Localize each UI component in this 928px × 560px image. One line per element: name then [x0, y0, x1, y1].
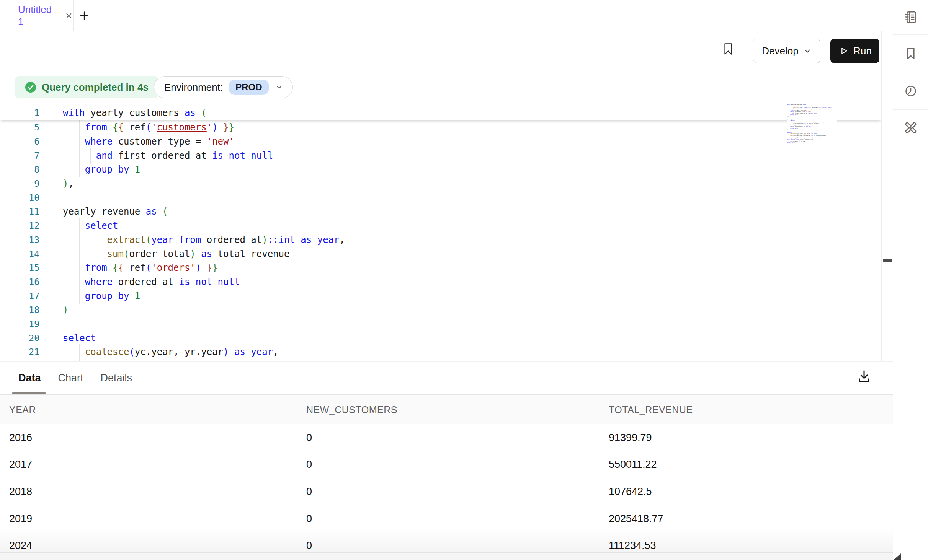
line-number: 14 — [0, 249, 39, 259]
table-cell: 2019 — [9, 505, 32, 532]
code-line-7[interactable]: 7 and first_ordered_at is not null — [0, 148, 881, 163]
code-line-1[interactable]: 1with yearly_customers as ( — [0, 106, 881, 120]
table-cell: 107642.5 — [609, 478, 652, 505]
play-icon — [838, 45, 850, 57]
sidebar-item-bookmarks[interactable] — [893, 35, 928, 72]
sql-editor[interactable]: 5 from {{ ref('customers') }}6 where cus… — [0, 100, 881, 361]
editor-scrollbar-thumb[interactable] — [883, 259, 892, 262]
code-line-14[interactable]: 14 sum(order_total) as total_revenue — [0, 247, 881, 261]
resize-grip-icon — [894, 553, 901, 560]
editor-scrollbar-track — [881, 31, 892, 361]
line-number: 19 — [0, 319, 39, 329]
code-line-12[interactable]: 12 select — [0, 219, 881, 233]
history-icon — [903, 84, 918, 98]
line-number: 5 — [0, 122, 39, 132]
indent-guide — [79, 232, 80, 248]
environment-value-badge: PROD — [229, 80, 268, 95]
results-table-header: YEARNEW_CUSTOMERSTOTAL_REVENUE — [0, 394, 893, 424]
table-cell: 2016 — [9, 424, 32, 451]
editor-minimap[interactable]: with yearly_customers as ( select extrac… — [787, 104, 837, 144]
table-row[interactable]: 20180107642.5 — [0, 478, 893, 505]
download-results-button[interactable] — [856, 368, 873, 385]
code-line-20[interactable]: 20select — [0, 331, 881, 345]
line-number: 6 — [0, 137, 39, 147]
column-header-total_revenue[interactable]: TOTAL_REVENUE — [609, 395, 693, 425]
ref-link[interactable]: customers — [801, 110, 807, 111]
develop-dropdown[interactable]: Develop — [753, 39, 820, 63]
code-line-15[interactable]: 15 from {{ ref('orders') }} — [0, 261, 881, 275]
results-tab-bar: DataChartDetails — [0, 362, 132, 394]
sidebar-item-notebook[interactable] — [893, 0, 928, 35]
code-line-16[interactable]: 16 where ordered_at is not null — [0, 275, 881, 289]
indent-guide — [79, 358, 80, 361]
line-number: 18 — [0, 305, 39, 315]
bookmark-query-button[interactable] — [721, 41, 738, 60]
indent-guide — [79, 246, 80, 262]
bottom-strip — [0, 552, 893, 560]
ref-link[interactable]: orders — [801, 125, 805, 126]
code-line-21[interactable]: 21 coalesce(yc.year, yr.year) as year, — [0, 345, 881, 359]
tab-untitled-1[interactable]: Untitled 1 — [0, 0, 74, 31]
ref-link[interactable]: orders — [157, 262, 190, 273]
table-cell: 0 — [306, 451, 312, 479]
run-button[interactable]: Run — [830, 39, 879, 63]
results-tab-details[interactable]: Details — [101, 362, 132, 394]
results-tab-data[interactable]: Data — [18, 362, 41, 394]
code-line-13[interactable]: 13 extract(year from ordered_at)::int as… — [0, 233, 881, 247]
table-cell: 91399.79 — [609, 424, 652, 451]
table-row[interactable]: 2016091399.79 — [0, 424, 893, 451]
code-line-17[interactable]: 17 group by 1 — [0, 289, 881, 303]
line-number: 7 — [0, 151, 39, 161]
develop-label: Develop — [762, 45, 798, 57]
line-number: 10 — [0, 193, 39, 203]
notebook-icon — [903, 10, 918, 24]
resize-grip[interactable] — [894, 553, 901, 560]
table-row[interactable]: 201902025418.77 — [0, 505, 893, 532]
close-icon[interactable] — [65, 11, 73, 20]
indent-guide — [79, 218, 80, 234]
plus-icon — [78, 10, 90, 22]
table-row[interactable]: 20170550011.22 — [0, 451, 893, 479]
code-line-6[interactable]: 6 where customer_type = 'new' — [0, 135, 881, 149]
indent-guide — [90, 148, 91, 164]
code-line-11[interactable]: 11yearly_revenue as ( — [0, 205, 881, 219]
line-number: 9 — [0, 179, 39, 189]
bookmark-icon — [721, 41, 735, 57]
line-number: 8 — [0, 164, 39, 174]
new-tab-button[interactable] — [78, 10, 90, 22]
indent-guide — [79, 274, 80, 290]
code-lines: 5 from {{ ref('customers') }}6 where cus… — [0, 120, 881, 361]
code-line-10[interactable]: 10 — [0, 190, 881, 205]
table-cell: 550011.22 — [609, 451, 657, 479]
indent-guide — [79, 119, 80, 135]
table-cell: 2017 — [9, 451, 32, 479]
indent-guide — [79, 148, 80, 164]
check-circle-icon — [25, 81, 36, 93]
line-number: 11 — [0, 207, 39, 217]
column-header-year[interactable]: YEAR — [9, 395, 36, 425]
code-line-18[interactable]: 18) — [0, 303, 881, 317]
results-panel: DataChartDetails YEARNEW_CUSTOMERSTOTAL_… — [0, 361, 893, 560]
results-tab-chart[interactable]: Chart — [58, 362, 83, 394]
indent-guide — [101, 246, 101, 262]
code-line-9[interactable]: 9), — [0, 177, 881, 191]
code-line-19[interactable]: 19 — [0, 317, 881, 331]
app-window: Untitled 1 Develop Run — [0, 0, 928, 560]
table-cell: 2018 — [9, 478, 32, 505]
chevron-down-icon — [803, 47, 812, 55]
indent-guide — [101, 232, 101, 248]
line-number: 16 — [0, 277, 39, 287]
line-number: 21 — [0, 347, 39, 357]
ref-link[interactable]: customers — [157, 122, 207, 133]
column-header-new_customers[interactable]: NEW_CUSTOMERS — [306, 395, 397, 425]
code-line-5[interactable]: 5 from {{ ref('customers') }} — [0, 120, 881, 135]
download-icon — [856, 368, 872, 384]
environment-selector[interactable]: Environment: PROD — [154, 76, 293, 98]
compass-star-icon — [903, 120, 918, 135]
sidebar-item-lineage[interactable] — [893, 110, 928, 146]
environment-label: Environment: — [164, 81, 223, 93]
query-status-text: Query completed in 4s — [42, 81, 149, 93]
sidebar-item-history[interactable] — [893, 72, 928, 110]
sticky-line[interactable]: 1with yearly_customers as ( — [0, 106, 881, 120]
code-line-8[interactable]: 8 group by 1 — [0, 163, 881, 177]
